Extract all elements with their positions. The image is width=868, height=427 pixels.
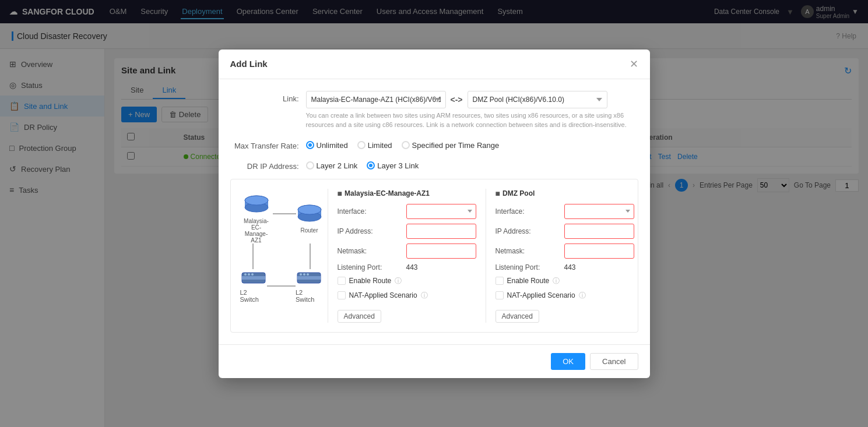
site-separator-left (328, 189, 328, 323)
site1-advanced-button[interactable]: Advanced (338, 310, 381, 323)
svg-point-10 (244, 273, 247, 276)
specified-option[interactable]: Specified per Time Range (402, 141, 500, 150)
limited-label: Limited (368, 141, 392, 150)
site1-enable-route-checkbox[interactable]: Enable Route ⓘ (338, 276, 402, 286)
switch-left: L2 Switch (240, 269, 268, 303)
site2-route-checkbox-box[interactable] (496, 277, 504, 285)
site1-config-icon: ■ (338, 189, 342, 198)
diagram-visual: Malaysia-EC-Manage-AZ1 Router (240, 189, 323, 323)
link-bidirectional-icon: <-> (451, 95, 463, 104)
site1-select[interactable]: Malaysia-EC-Manage-AZ1 (HCI(x86)/V6.10.0… (306, 91, 446, 108)
unlimited-label: Unlimited (317, 141, 348, 150)
site2-name: DMZ Pool (502, 189, 535, 197)
site2-config: ■ DMZ Pool Interface: IP Address: (496, 189, 634, 323)
svg-point-7 (298, 205, 321, 214)
limited-radio[interactable] (357, 141, 366, 149)
link-label: Link: (230, 91, 306, 103)
dr-ip-label: DR IP Address: (230, 158, 306, 171)
site2-port-label: Listening Port: (496, 263, 560, 271)
site1-interface-label: Interface: (338, 207, 402, 216)
add-link-modal: Add Link ✕ Link: Malaysia-EC-Manage-AZ1 … (219, 50, 650, 378)
site2-enable-route-row: Enable Route ⓘ (496, 276, 634, 286)
site1-route-info-icon[interactable]: ⓘ (395, 276, 402, 286)
modal-body: Link: Malaysia-EC-Manage-AZ1 (HCI(x86)/V… (219, 79, 650, 344)
modal-title: Add Link (230, 59, 268, 69)
site2-netmask-label: Netmask: (496, 247, 560, 255)
dr-ip-options: Layer 2 Link Layer 3 Link (306, 158, 638, 170)
switches-row: L2 Switch L2 Switch (240, 269, 323, 303)
h-connector-line (273, 213, 296, 214)
site2-ip-input[interactable] (564, 224, 634, 239)
svg-rect-14 (297, 276, 321, 280)
specified-label: Specified per Time Range (412, 141, 500, 150)
site2-nat-info-icon[interactable]: ⓘ (579, 291, 586, 301)
router-right-label: Router (300, 227, 318, 234)
site2-nat-checkbox-box[interactable] (496, 291, 504, 299)
site2-nat-checkbox[interactable]: NAT-Applied Scenario ⓘ (496, 291, 586, 301)
unlimited-option[interactable]: Unlimited (306, 141, 348, 150)
site1-route-checkbox-box[interactable] (338, 277, 346, 285)
site2-nat-row: NAT-Applied Scenario ⓘ (496, 291, 634, 301)
site2-interface-label: Interface: (496, 207, 560, 216)
layer3-label: Layer 3 Link (377, 161, 419, 170)
site2-select[interactable]: DMZ Pool (HCI(x86)/V6.10.0) (468, 91, 607, 108)
site2-port-value: 443 (564, 263, 576, 271)
svg-point-15 (300, 273, 302, 276)
layer2-option[interactable]: Layer 2 Link (306, 161, 358, 170)
layer2-radio[interactable] (306, 161, 314, 170)
site2-netmask-row: Netmask: (496, 244, 634, 259)
site1-port-label: Listening Port: (338, 263, 402, 271)
site1-netmask-label: Netmask: (338, 247, 402, 255)
layer3-option[interactable]: Layer 3 Link (367, 161, 419, 170)
site1-ip-input[interactable] (406, 224, 476, 239)
router-left-label: Malaysia-EC-Manage-AZ1 (240, 218, 273, 244)
routers-row: Malaysia-EC-Manage-AZ1 Router (240, 195, 323, 244)
site2-route-info-icon[interactable]: ⓘ (553, 276, 560, 286)
site1-interface-select[interactable] (406, 204, 476, 219)
h-connector-switches (267, 285, 296, 287)
switch-left-icon (241, 269, 266, 287)
svg-point-16 (303, 273, 305, 276)
switch-right-icon (296, 269, 322, 287)
v-line-right (310, 244, 311, 269)
site2-enable-route-checkbox[interactable]: Enable Route ⓘ (496, 276, 560, 286)
site2-ip-label: IP Address: (496, 227, 560, 235)
switch-left-label: L2 Switch (240, 289, 268, 303)
modal-close-button[interactable]: ✕ (630, 58, 638, 70)
site1-config: ■ Malaysia-EC-Manage-AZ1 Interface: IP A… (338, 189, 476, 323)
specified-radio[interactable] (402, 141, 410, 149)
router-right: Router (296, 204, 323, 234)
link-info-text: You can create a link between two sites … (306, 111, 638, 130)
modal-header: Add Link ✕ (219, 50, 650, 79)
svg-point-11 (248, 273, 250, 276)
site1-netmask-row: Netmask: (338, 244, 476, 259)
site1-ip-row: IP Address: (338, 224, 476, 239)
site2-port-row: Listening Port: 443 (496, 263, 634, 271)
v-lines (252, 244, 311, 269)
site2-interface-select[interactable] (564, 204, 634, 219)
site2-nat-label: NAT-Applied Scenario (507, 291, 575, 299)
router-left-icon (243, 195, 270, 216)
site2-netmask-input[interactable] (564, 244, 634, 259)
site1-name: Malaysia-EC-Manage-AZ1 (345, 189, 430, 197)
site1-nat-checkbox-box[interactable] (338, 291, 346, 299)
modal-footer: OK Cancel (219, 344, 650, 378)
layer2-label: Layer 2 Link (317, 161, 358, 170)
limited-option[interactable]: Limited (357, 141, 392, 150)
site-configs: ■ Malaysia-EC-Manage-AZ1 Interface: IP A… (323, 189, 634, 323)
layer3-radio[interactable] (367, 161, 375, 170)
switch-right: L2 Switch (296, 269, 323, 303)
unlimited-radio[interactable] (306, 141, 314, 149)
ok-button[interactable]: OK (551, 353, 585, 370)
site1-netmask-input[interactable] (406, 244, 476, 259)
site1-port-value: 443 (406, 263, 418, 271)
site2-advanced-button[interactable]: Advanced (496, 310, 539, 323)
site2-ip-row: IP Address: (496, 224, 634, 239)
site2-interface-row: Interface: (496, 204, 634, 219)
link-form-row: Link: Malaysia-EC-Manage-AZ1 (HCI(x86)/V… (230, 91, 638, 130)
site1-nat-info-icon[interactable]: ⓘ (421, 291, 428, 301)
site2-route-label: Enable Route (507, 277, 550, 285)
cancel-button[interactable]: Cancel (590, 353, 638, 370)
router-left: Malaysia-EC-Manage-AZ1 (240, 195, 273, 244)
site1-nat-checkbox[interactable]: NAT-Applied Scenario ⓘ (338, 291, 428, 301)
